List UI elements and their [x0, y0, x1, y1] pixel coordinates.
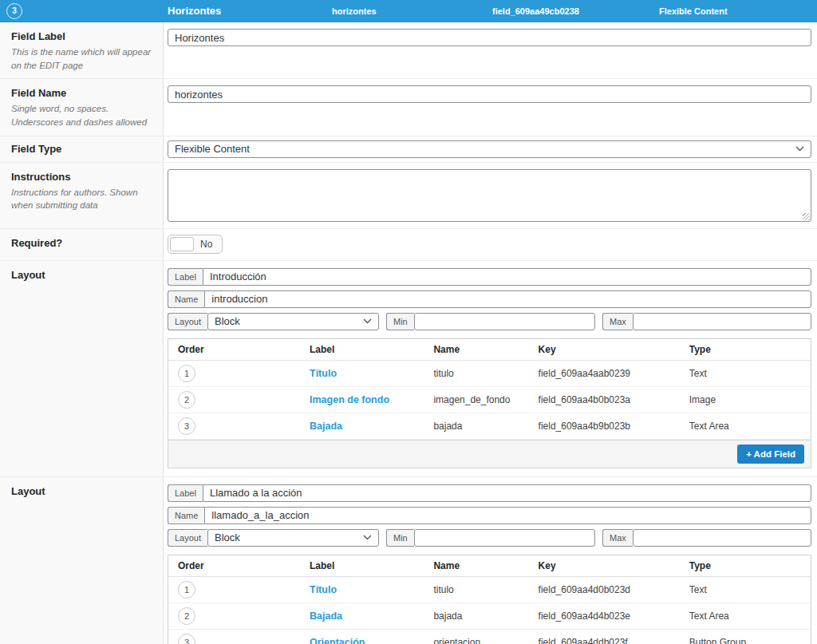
- subfield-label-link[interactable]: Título: [310, 584, 337, 595]
- handle-field-key: field_609aa49cb0238: [492, 6, 659, 16]
- field-object: 3 Horizontes horizontes field_609aa49cb0…: [0, 0, 817, 644]
- field-name-title: Field Name: [11, 87, 152, 99]
- table-header-row: Order Label Name Key Type: [168, 555, 811, 577]
- field-type-select-value: Flexible Content: [175, 143, 250, 155]
- layout-1-min-input[interactable]: [414, 313, 595, 330]
- layout-2-body: Label Name Layout Block: [164, 477, 817, 644]
- subfield-label-link[interactable]: Bajada: [310, 421, 342, 432]
- required-heading: Required?: [0, 229, 164, 260]
- field-label-heading: Field Label This is the name which will …: [0, 22, 164, 78]
- col-header-name: Name: [424, 339, 528, 361]
- field-type-input-cell: Flexible Content: [164, 136, 817, 162]
- instructions-heading: Instructions Instructions for authors. S…: [0, 163, 164, 228]
- handle-field-label: Horizontes: [168, 5, 332, 17]
- add-field-button[interactable]: + Add Field: [737, 444, 804, 464]
- subfield-order-badge[interactable]: 3: [178, 417, 195, 435]
- toggle-state-label: No: [195, 239, 222, 250]
- layout-1-name-row: Name: [168, 290, 811, 308]
- chevron-down-icon: [363, 535, 372, 540]
- layout-1-label-input[interactable]: [203, 268, 811, 286]
- layout-1-subfields-table: Order Label Name Key Type 1 Título titul…: [168, 338, 811, 468]
- layout-2-min-input[interactable]: [414, 529, 595, 547]
- layout-2-name-input[interactable]: [204, 507, 811, 524]
- layout-name-prepend: Name: [168, 290, 204, 308]
- toggle-knob: [170, 237, 194, 251]
- layout-max-prepend: Max: [602, 313, 633, 330]
- subfield-key: field_609aa4d4b023e: [529, 603, 680, 629]
- subfield-order-badge[interactable]: 3: [178, 634, 195, 644]
- field-name-description: Single word, no spaces. Underscores and …: [11, 102, 152, 128]
- subfield-type: Text: [680, 576, 811, 603]
- subfield-name: titulo: [424, 360, 528, 386]
- layout-1-label-row: Label: [168, 268, 811, 286]
- textarea-resize-handle[interactable]: [803, 213, 810, 220]
- layout-1-max-input[interactable]: [633, 313, 811, 330]
- field-type-select[interactable]: Flexible Content: [168, 140, 811, 158]
- subfield-order-badge[interactable]: 2: [178, 391, 195, 409]
- layout-2-label-row: Label: [168, 484, 811, 502]
- col-header-name: Name: [424, 555, 528, 577]
- layout-label-prepend: Label: [168, 268, 203, 286]
- layout-1-heading: Layout: [0, 261, 164, 476]
- subfield-type: Text Area: [680, 603, 811, 629]
- layout-section-2: Layout Label Name Layout Block: [0, 477, 817, 644]
- layout-1-min-group: Min: [386, 313, 595, 330]
- layout-1-body: Label Name Layout Block: [164, 261, 817, 476]
- layout-2-min-group: Min: [386, 529, 595, 547]
- layout-1-display-value: Block: [215, 315, 240, 327]
- layout-1-name-input[interactable]: [204, 290, 811, 308]
- subfield-label-link[interactable]: Bajada: [310, 610, 342, 622]
- layout-2-display-value: Block: [215, 531, 240, 543]
- subfield-order-badge[interactable]: 1: [178, 581, 195, 599]
- subfield-name: titulo: [424, 576, 528, 603]
- layout-section-1: Layout Label Name Layout Block: [0, 261, 817, 477]
- col-header-type: Type: [680, 555, 811, 577]
- field-name-input[interactable]: [168, 85, 811, 103]
- handle-field-name: horizontes: [332, 6, 492, 16]
- field-handle[interactable]: 3 Horizontes horizontes field_609aa49cb0…: [0, 0, 817, 22]
- subfield-name: bajada: [424, 603, 528, 629]
- field-order-badge[interactable]: 3: [6, 3, 22, 19]
- setting-row-instructions: Instructions Instructions for authors. S…: [0, 163, 817, 229]
- subfield-type: Text: [680, 360, 811, 386]
- layout-1-max-group: Max: [602, 313, 811, 330]
- table-row: 2 Imagen de fondo imagen_de_fondo field_…: [168, 386, 811, 413]
- subfield-key: field_609aa4ddb023f: [529, 629, 680, 644]
- subfield-label-link[interactable]: Título: [310, 368, 337, 379]
- field-name-input-cell: [164, 79, 817, 135]
- col-header-key: Key: [529, 339, 680, 361]
- table-row: 2 Bajada bajada field_609aa4d4b023e Text…: [168, 603, 811, 629]
- layout-max-prepend: Max: [602, 529, 633, 547]
- col-header-key: Key: [529, 555, 680, 577]
- subfield-order-badge[interactable]: 2: [178, 607, 195, 625]
- instructions-textarea[interactable]: [168, 169, 811, 222]
- subfield-type: Text Area: [680, 413, 811, 439]
- subfield-label-link[interactable]: Orientación: [310, 637, 365, 644]
- table-row: 3 Orientación orientacion field_609aa4dd…: [168, 629, 811, 644]
- field-label-input[interactable]: [168, 29, 811, 46]
- table-footer: + Add Field: [168, 440, 811, 468]
- subfield-order-badge[interactable]: 1: [178, 365, 195, 382]
- layout-label-prepend: Label: [168, 484, 203, 502]
- subfield-type: Image: [680, 386, 811, 413]
- subfield-label-link[interactable]: Imagen de fondo: [310, 394, 389, 405]
- layout-2-label-input[interactable]: [203, 484, 811, 502]
- table-row: 3 Bajada bajada field_609aa4b9b023b Text…: [168, 413, 811, 439]
- layout-min-prepend: Min: [386, 313, 414, 330]
- layout-2-display-select[interactable]: Block: [207, 529, 379, 547]
- layout-1-display-group: Layout Block: [168, 313, 379, 330]
- required-toggle[interactable]: No: [168, 235, 223, 254]
- layout-2-max-input[interactable]: [633, 529, 811, 547]
- layout-2-title: Layout: [11, 485, 152, 497]
- instructions-title: Instructions: [11, 171, 152, 183]
- subfield-key: field_609aa4b0b023a: [529, 386, 680, 413]
- col-header-type: Type: [680, 339, 811, 361]
- layout-1-display-select[interactable]: Block: [207, 313, 379, 330]
- setting-row-field-name: Field Name Single word, no spaces. Under…: [0, 79, 817, 136]
- subfield-key: field_609aa4aab0239: [529, 360, 680, 386]
- layout-name-prepend: Name: [168, 507, 204, 524]
- field-label-input-cell: [164, 22, 817, 78]
- handle-field-type: Flexible Content: [659, 6, 728, 16]
- subfield-key: field_609aa4d0b023d: [529, 576, 680, 603]
- col-header-order: Order: [168, 339, 300, 361]
